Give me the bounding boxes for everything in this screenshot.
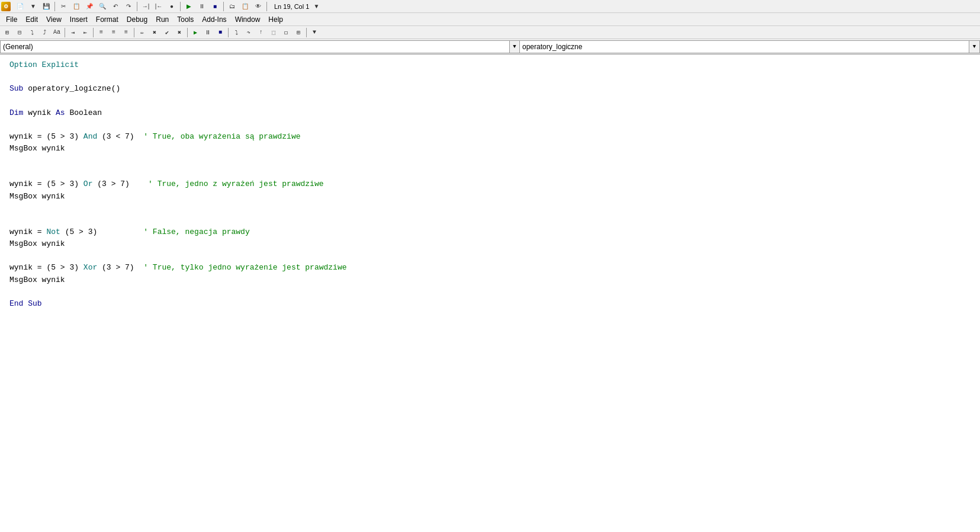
scope-dropdown-arrow[interactable]: ▼	[509, 40, 520, 53]
menu-window[interactable]: Window	[232, 14, 264, 25]
tb2-x2[interactable]: ✖	[173, 27, 185, 38]
code-line-msgbox-1: MsgBox wynik	[9, 143, 971, 155]
menu-view[interactable]: View	[43, 14, 65, 25]
code-line-blank-5	[9, 166, 971, 178]
tb2-stop2[interactable]: ■	[214, 27, 226, 38]
tb-toggle-bkpt[interactable]: ●	[166, 1, 178, 12]
tb-watch[interactable]: 👁	[252, 1, 264, 12]
menu-file[interactable]: File	[2, 14, 21, 25]
code-line-msgbox-2: MsgBox wynik	[9, 191, 971, 203]
tb2-4[interactable]: ⤴	[38, 27, 50, 38]
tb-properties[interactable]: 📋	[239, 1, 251, 12]
tb2-outdent1[interactable]: ⇤	[79, 27, 91, 38]
tb2-cross[interactable]: ✖	[149, 27, 160, 38]
sep4	[223, 2, 224, 11]
code-line-and: wynik = (5 > 3) And (3 < 7) ' True, oba …	[9, 131, 971, 143]
menu-bar: File Edit View Insert Format Debug Run T…	[0, 13, 980, 26]
menu-debug[interactable]: Debug	[123, 14, 151, 25]
menu-format[interactable]: Format	[92, 14, 122, 25]
tb-outdent[interactable]: |←	[153, 1, 165, 12]
scope-dropdown[interactable]: (General)	[0, 40, 509, 53]
sep3	[180, 2, 181, 11]
tb2-3[interactable]: ⤵	[26, 27, 38, 38]
tb2-locals[interactable]: ⬚	[268, 27, 279, 38]
proc-dropdown-arrow[interactable]: ▼	[969, 40, 980, 53]
tb2-step-into[interactable]: ⤵	[230, 27, 242, 38]
code-line-not: wynik = Not (5 > 3) ' False, negacja pra…	[9, 226, 971, 238]
title-bar: ⚙ 📄 ▼ 💾 ✂ 📋 📌 🔍 ↶ ↷ →| |← ● ▶ ⏸ ■ 🗂 📋 👁 …	[0, 0, 980, 13]
tb-indent[interactable]: →|	[140, 1, 152, 12]
tb2-align-l[interactable]: ≡	[95, 27, 107, 38]
tb-paste[interactable]: 📌	[83, 1, 95, 12]
code-line-blank-9	[9, 286, 971, 298]
tb-cut[interactable]: ✂	[57, 1, 69, 12]
tb-stop[interactable]: ■	[209, 1, 221, 12]
tb2-pause2[interactable]: ⏸	[202, 27, 214, 38]
code-line-option-explicit: Option Explicit	[9, 59, 971, 71]
tb2-check[interactable]: ✔	[161, 27, 173, 38]
cursor-position: Ln 19, Col 1	[274, 3, 309, 10]
combo-bar: (General) ▼ operatory_logiczne ▼	[0, 39, 980, 55]
sep8	[134, 28, 134, 37]
toolbar2: ⊞ ⊟ ⤵ ⤴ Aa ⇥ ⇤ ≡ ≡ ≡ ✏ ✖ ✔ ✖ ▶ ⏸ ■ ⤵ ↷ ↑…	[0, 26, 980, 39]
sep11	[306, 28, 307, 37]
code-line-blank-8	[9, 250, 971, 262]
tb2-align-c[interactable]: ≡	[108, 27, 120, 38]
tb2-1[interactable]: ⊞	[1, 27, 13, 38]
code-line-blank-2	[9, 95, 971, 107]
tb2-align-r[interactable]: ≡	[120, 27, 132, 38]
tb-dropdown[interactable]: ▼	[27, 1, 39, 12]
tb-run[interactable]: ▶	[183, 1, 195, 12]
tb-pause[interactable]: ⏸	[196, 1, 208, 12]
tb-icon-1[interactable]: 📄	[14, 1, 26, 12]
sep2	[137, 2, 137, 11]
sep9	[187, 28, 188, 37]
sep5	[266, 2, 267, 11]
sep7	[93, 28, 94, 37]
code-line-blank-3	[9, 119, 971, 131]
tb2-watch2[interactable]: ◻	[280, 27, 292, 38]
tb2-pen[interactable]: ✏	[136, 27, 148, 38]
proc-dropdown-value: operatory_logiczne	[520, 40, 969, 53]
app-icon: ⚙	[1, 2, 11, 11]
tb2-2[interactable]: ⊟	[14, 27, 25, 38]
code-line-xor: wynik = (5 > 3) Xor (3 > 7) ' True, tylk…	[9, 262, 971, 274]
code-line-sub-start: Sub operatory_logiczne()	[9, 83, 971, 95]
code-line-msgbox-4: MsgBox wynik	[9, 274, 971, 286]
menu-tools[interactable]: Tools	[173, 14, 197, 25]
code-line-blank-6	[9, 203, 971, 214]
tb2-indent1[interactable]: ⇥	[67, 27, 79, 38]
code-line-or: wynik = (5 > 3) Or (3 > 7) ' True, jedno…	[9, 178, 971, 190]
code-line-blank-7	[9, 214, 971, 226]
sep1	[54, 2, 55, 11]
menu-help[interactable]: Help	[265, 14, 287, 25]
tb-copy[interactable]: 📋	[70, 1, 82, 12]
menu-addins[interactable]: Add-Ins	[198, 14, 230, 25]
tb2-step-over[interactable]: ↷	[243, 27, 255, 38]
tb-find[interactable]: 🔍	[97, 1, 108, 12]
menu-run[interactable]: Run	[152, 14, 172, 25]
code-line-msgbox-3: MsgBox wynik	[9, 238, 971, 250]
tb-scroll-arrow[interactable]: ▼	[310, 1, 322, 12]
code-line-end-sub: End Sub	[9, 298, 971, 310]
tb2-run2[interactable]: ▶	[189, 27, 201, 38]
code-line-blank-1	[9, 71, 971, 83]
sep6	[65, 28, 65, 37]
tb2-scroll[interactable]: ▼	[309, 27, 320, 38]
menu-edit[interactable]: Edit	[22, 14, 41, 25]
sep10	[228, 28, 229, 37]
tb2-call-stack[interactable]: ⊞	[293, 27, 304, 38]
tb-redo-label[interactable]: ↷	[123, 1, 134, 12]
tb-undo-label[interactable]: ↶	[110, 1, 121, 12]
code-editor[interactable]: Option Explicit Sub operatory_logiczne()…	[0, 55, 980, 532]
code-line-dim: Dim wynik As Boolean	[9, 107, 971, 119]
tb2-step-out[interactable]: ↑	[255, 27, 267, 38]
tb-save[interactable]: 💾	[40, 1, 52, 12]
proc-name-label: operatory_logiczne	[522, 43, 582, 51]
tb2-5[interactable]: Aa	[51, 27, 63, 38]
code-line-blank-4	[9, 155, 971, 166]
tb-project[interactable]: 🗂	[226, 1, 238, 12]
menu-insert[interactable]: Insert	[66, 14, 91, 25]
